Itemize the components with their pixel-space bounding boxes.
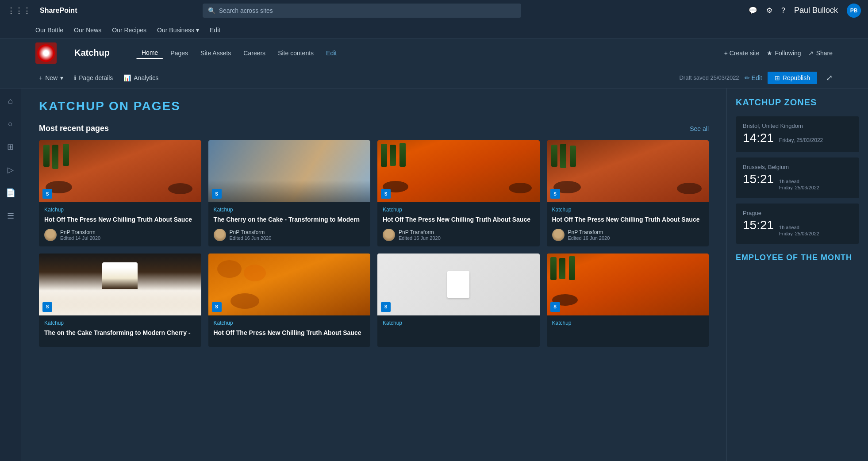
main-layout: ⌂ ○ ⊞ ▷ 📄 ☰ KATCHUP ON PAGES Most recent… [0,88,868,461]
site-nav-home[interactable]: Home [136,47,163,59]
sidebar-video-icon[interactable]: ▷ [4,163,18,177]
republish-button[interactable]: ⊞ Republish [768,72,817,84]
card-1[interactable]: S Katchup Hot Off The Press New Chilling… [39,140,201,246]
card-8-category: Katchup [552,320,704,326]
author-info-2: PnP Transform Edited 16 Jun 2020 [230,229,272,241]
sidebar-document-icon[interactable]: 📄 [4,186,18,200]
zone-city-2: Brussels, Belgium [743,164,852,170]
new-button[interactable]: + New ▾ [35,73,67,83]
card-5-category: Katchup [44,320,196,326]
card-3-author: PnP Transform Edited 16 Jun 2020 [383,229,534,241]
card-1-category: Katchup [44,207,196,213]
card-5-title: The on the Cake Transforming to Modern C… [44,329,196,338]
expand-icon[interactable]: ⤢ [826,73,833,83]
card-5-image: S [39,254,201,315]
chevron-down-icon: ▾ [196,27,199,34]
pencil-icon: ✏ [745,74,750,81]
author-info-1: PnP Transform Edited 14 Jul 2020 [60,229,100,241]
comment-icon[interactable]: 💬 [749,6,757,15]
help-icon[interactable]: ? [781,7,785,15]
search-icon: 🔍 [208,7,215,14]
sharepoint-badge-4: S [550,189,560,199]
main-content: KATCHUP ON PAGES Most recent pages See a… [21,88,726,461]
avatar[interactable]: PB [847,4,861,18]
card-3-category: Katchup [383,207,534,213]
waffle-icon[interactable]: ⋮⋮⋮ [7,6,31,15]
sidebar-home-icon[interactable]: ⌂ [4,94,18,108]
toolbar-right: Draft saved 25/03/2022 ✏ Edit ⊞ Republis… [679,72,833,84]
share-button[interactable]: ↗ Share [808,50,833,57]
nav-item-bottle[interactable]: Our Bottle [35,27,63,34]
nav-item-news[interactable]: Our News [74,27,101,34]
card-8-image: S [547,254,709,315]
star-icon: ★ [767,50,772,57]
card-6-image: S [208,254,371,315]
zone-date-1: Friday, 25/03/2022 [779,137,823,143]
author-info-4: PnP Transform Edited 16 Jun 2020 [568,229,610,241]
analytics-button[interactable]: 📊 Analytics [120,73,162,83]
author-edited-3: Edited 16 Jun 2020 [399,235,441,241]
sharepoint-badge-8: S [550,302,560,312]
card-7-category: Katchup [383,320,534,326]
see-all-link[interactable]: See all [690,125,709,132]
plus-icon: + [39,74,42,81]
search-placeholder: Search across sites [219,7,273,14]
card-3-title: Hot Off The Press New Chilling Truth Abo… [383,215,534,224]
card-2[interactable]: S Katchup The Cherry on the Cake - Trans… [208,140,371,246]
site-logo[interactable] [35,42,57,64]
sidebar-globe-icon[interactable]: ○ [4,117,18,131]
card-8[interactable]: S Katchup [547,254,709,347]
card-6-title: Hot Off The Press New Chilling Truth Abo… [214,329,365,338]
site-header: Katchup Home Pages Site Assets Careers S… [0,39,868,67]
search-bar[interactable]: 🔍 Search across sites [203,4,521,18]
site-nav-edit[interactable]: Edit [321,48,342,58]
author-avatar-4 [552,229,565,241]
draft-saved-text: Draft saved 25/03/2022 [679,74,739,81]
card-5[interactable]: S Katchup The on the Cake Transforming t… [39,254,201,347]
sidebar-list-icon[interactable]: ☰ [4,209,18,223]
zone-card-1: Bristol, United Kingdom 14:21 Friday, 25… [736,116,859,152]
author-name-1: PnP Transform [60,229,100,235]
author-name-4: PnP Transform [568,229,610,235]
site-nav-careers[interactable]: Careers [238,48,271,58]
top-bar-actions: 💬 ⚙ ? Paul Bullock PB [749,4,861,18]
card-6-body: Katchup Hot Off The Press New Chilling T… [208,315,371,347]
settings-icon[interactable]: ⚙ [766,6,772,15]
nav-item-recipes[interactable]: Our Recipes [112,27,146,34]
zone-time-row-3: 15:21 1h ahead Friday, 25/03/2022 [743,218,852,237]
sidebar-grid-icon[interactable]: ⊞ [4,140,18,154]
site-nav-assets[interactable]: Site Assets [195,48,236,58]
card-2-image: S [208,140,371,202]
zone-time-1: 14:21 [743,131,774,145]
author-edited-1: Edited 14 Jul 2020 [60,235,100,241]
author-name-2: PnP Transform [230,229,272,235]
chevron-down-icon: ▾ [60,74,63,81]
nav-item-business[interactable]: Our Business ▾ [157,27,199,34]
card-4[interactable]: S Katchup Hot Off The Press New Chilling… [547,140,709,246]
card-2-author: PnP Transform Edited 16 Jun 2020 [214,229,365,241]
card-3-body: Katchup Hot Off The Press New Chilling T… [377,202,540,246]
card-4-author: PnP Transform Edited 16 Jun 2020 [552,229,704,241]
analytics-icon: 📊 [123,74,131,81]
right-sidebar: KATCHUP ZONES Bristol, United Kingdom 14… [726,88,868,461]
following-button[interactable]: ★ Following [767,50,801,57]
katchup-zones-title: KATCHUP ZONES [736,97,859,108]
share-icon: ↗ [808,50,814,57]
card-6[interactable]: S Katchup Hot Off The Press New Chilling… [208,254,371,347]
site-nav-contents[interactable]: Site contents [273,48,319,58]
author-info-3: PnP Transform Edited 16 Jun 2020 [399,229,441,241]
nav-item-edit[interactable]: Edit [210,27,220,34]
page-details-button[interactable]: ℹ Page details [70,73,116,83]
author-avatar-3 [383,229,395,241]
author-avatar-1 [44,229,57,241]
create-site-button[interactable]: + Create site [724,50,760,57]
author-edited-2: Edited 16 Jun 2020 [230,235,272,241]
section-title: Most recent pages [39,124,109,133]
card-8-body: Katchup [547,315,709,334]
site-nav-pages[interactable]: Pages [165,48,193,58]
edit-button[interactable]: ✏ Edit [745,74,762,81]
toolbar: + New ▾ ℹ Page details 📊 Analytics Draft… [0,67,868,88]
zone-time-2: 15:21 [743,172,774,186]
card-3[interactable]: S Katchup Hot Off The Press New Chilling… [377,140,540,246]
card-7[interactable]: S Katchup [377,254,540,347]
